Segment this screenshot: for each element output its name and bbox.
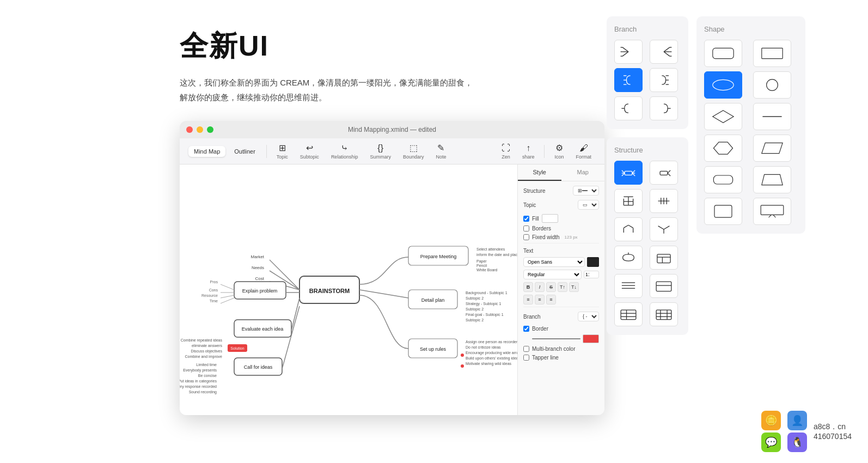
- structure-select[interactable]: ⊞━━: [573, 186, 599, 196]
- svg-text:eliminate answers: eliminate answers: [192, 344, 223, 348]
- shape-line[interactable]: [753, 103, 791, 130]
- style-select[interactable]: Regular: [523, 270, 582, 279]
- toolbar-icon-tab[interactable]: ⚙ Icon: [550, 142, 568, 161]
- svg-text:Encourage producing wide array: Encourage producing wide array: [466, 351, 517, 355]
- canvas-area[interactable]: BRAINSTORM Market Needs Cost Explain pro…: [180, 165, 517, 415]
- icon-qq: 🐧: [787, 432, 807, 452]
- tapper-line-checkbox[interactable]: [523, 355, 529, 361]
- border-checkbox[interactable]: [523, 326, 529, 332]
- fullscreen-button[interactable]: [207, 126, 213, 133]
- svg-text:Put ideas in categories: Put ideas in categories: [180, 379, 217, 383]
- toolbar-summary[interactable]: {} Summary: [365, 142, 395, 161]
- bold-button[interactable]: B: [523, 282, 533, 292]
- shape-circle[interactable]: [753, 71, 791, 99]
- svg-text:White Board: White Board: [476, 268, 498, 272]
- branch-panel-title: Branch: [614, 25, 681, 33]
- svg-text:Do not criticize ideas: Do not criticize ideas: [466, 345, 501, 349]
- branch-item-5[interactable]: [614, 96, 643, 120]
- structure-item-1-selected[interactable]: [614, 161, 643, 185]
- borders-checkbox[interactable]: [523, 226, 529, 232]
- toolbar-format-tab[interactable]: 🖌 Format: [571, 142, 596, 161]
- align-right-button[interactable]: ≡: [546, 295, 556, 304]
- branch-item-3-selected[interactable]: [614, 68, 643, 92]
- branch-item-6[interactable]: [650, 96, 678, 120]
- text-color-swatch[interactable]: [587, 257, 599, 267]
- toolbar-topic[interactable]: ⊞ Topic: [272, 142, 292, 161]
- structure-item-9[interactable]: [614, 274, 643, 298]
- watermark: 🪙 💬 👤 🐧 a8c8．cn 416070154: [761, 411, 852, 452]
- strikethrough-button[interactable]: S: [546, 282, 556, 292]
- shape-rect[interactable]: [753, 40, 791, 67]
- font-select[interactable]: Open Sans: [523, 257, 585, 267]
- shape-parallelogram[interactable]: [753, 135, 791, 162]
- toolbar-zen[interactable]: ⛶ Zen: [497, 142, 515, 161]
- toolbar-subtopic[interactable]: ↩ Subtopic: [296, 142, 323, 161]
- fill-checkbox[interactable]: [523, 216, 529, 222]
- subtitle: 这次，我们称全新的界面为 CREAM，像清晨的第一缕阳光，像充满能量的甜食， 解…: [180, 75, 539, 105]
- tab-style[interactable]: Style: [518, 165, 561, 181]
- shape-tall-rect[interactable]: [704, 198, 742, 225]
- italic-button[interactable]: I: [535, 282, 545, 292]
- svg-text:Pencil: Pencil: [476, 264, 487, 267]
- toolbar-boundary[interactable]: ⬚ Boundary: [399, 142, 429, 161]
- shape-diamond[interactable]: [704, 103, 742, 130]
- branch-item-2[interactable]: [650, 40, 678, 64]
- shape-rounded-rect-sm[interactable]: [704, 166, 742, 193]
- structure-item-11[interactable]: [614, 302, 643, 326]
- svg-text:Detail plan: Detail plan: [421, 297, 445, 303]
- svg-text:Everybody presents: Everybody presents: [183, 368, 217, 373]
- font-size-input[interactable]: [584, 271, 599, 278]
- toolbar-note[interactable]: ✎ Note: [431, 142, 450, 161]
- topic-select[interactable]: ▭: [578, 200, 599, 210]
- icon-wechat: 💬: [761, 432, 781, 452]
- tab-outliner[interactable]: Outliner: [229, 146, 261, 157]
- svg-text:Every response recorded: Every response recorded: [180, 385, 217, 389]
- structure-item-10[interactable]: [650, 274, 678, 298]
- border-color-swatch[interactable]: [583, 334, 599, 343]
- right-panel-right-col: Shape: [696, 16, 805, 452]
- font-size-up-button[interactable]: T↑: [558, 282, 567, 292]
- multi-branch-checkbox[interactable]: [523, 346, 529, 352]
- icon-person: 👤: [787, 411, 807, 430]
- svg-text:Discuss objectives: Discuss objectives: [191, 349, 222, 354]
- tab-map[interactable]: Map: [561, 165, 605, 181]
- structure-item-2[interactable]: [650, 161, 678, 185]
- structure-item-4[interactable]: [650, 189, 678, 213]
- svg-line-64: [622, 52, 628, 56]
- style-panel: Style Map Structure ⊞━━: [517, 165, 604, 415]
- svg-line-103: [628, 225, 633, 228]
- branch-item-4[interactable]: [650, 68, 678, 92]
- branch-select[interactable]: { -: [578, 312, 599, 321]
- branch-item-1[interactable]: [614, 40, 643, 64]
- structure-item-12[interactable]: [650, 302, 678, 326]
- font-size-down-button[interactable]: T↓: [569, 282, 579, 292]
- align-left-button[interactable]: ≡: [523, 295, 533, 304]
- style-section: Structure ⊞━━ Topic ▭: [518, 181, 604, 415]
- svg-text:Sound recording: Sound recording: [189, 390, 217, 394]
- toolbar-share[interactable]: ↑ share: [518, 142, 539, 161]
- shape-rounded-rect[interactable]: [704, 40, 742, 67]
- tab-mindmap[interactable]: Mind Map: [188, 146, 225, 157]
- shape-hexagon[interactable]: [704, 135, 742, 162]
- svg-line-102: [624, 225, 628, 228]
- align-center-button[interactable]: ≡: [535, 295, 545, 304]
- shape-oval-selected[interactable]: [704, 71, 742, 99]
- close-button[interactable]: [186, 126, 193, 133]
- toolbar-relationship[interactable]: ⤷ Relationship: [327, 142, 363, 161]
- svg-line-86: [622, 170, 625, 173]
- structure-item-5[interactable]: [614, 217, 643, 241]
- structure-item-7[interactable]: [614, 246, 643, 270]
- fixed-width-checkbox[interactable]: [523, 234, 529, 240]
- minimize-button[interactable]: [197, 126, 203, 133]
- svg-line-70: [664, 52, 670, 56]
- fill-color-swatch[interactable]: [542, 214, 558, 223]
- right-panel-left-col: Branch: [607, 16, 688, 452]
- watermark-icons: 🪙 💬: [761, 411, 781, 452]
- panel-tabs: Style Map: [518, 165, 604, 181]
- structure-item-3[interactable]: [614, 189, 643, 213]
- svg-rect-110: [657, 254, 670, 263]
- structure-item-6[interactable]: [650, 217, 678, 241]
- shape-monitor[interactable]: [753, 198, 791, 225]
- shape-trapezoid[interactable]: [753, 166, 791, 193]
- structure-item-8[interactable]: [650, 246, 678, 270]
